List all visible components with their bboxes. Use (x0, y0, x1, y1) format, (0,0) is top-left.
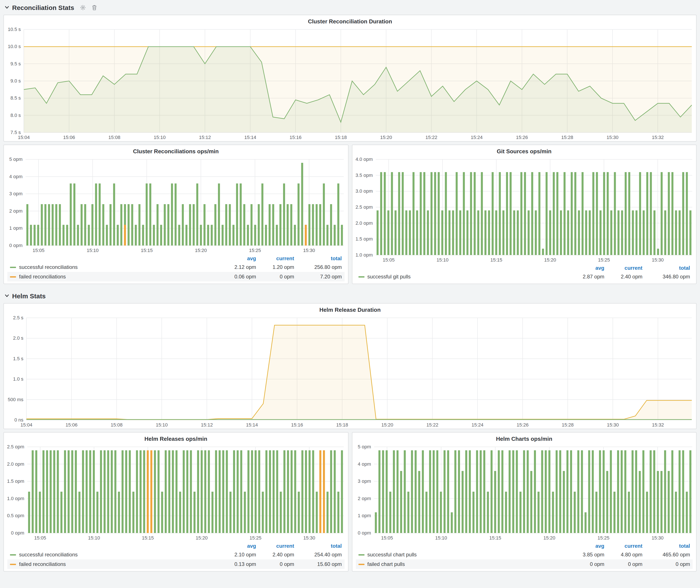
svg-text:15:10: 15:10 (87, 248, 98, 253)
series-avg: 3.85 opm (566, 552, 604, 558)
svg-text:15:08: 15:08 (111, 422, 123, 428)
series-toggle-successful-git-pulls[interactable]: successful git pulls (358, 274, 566, 280)
svg-text:15:10: 15:10 (436, 257, 448, 263)
panel-title-helm-releases-ops[interactable]: Helm Releases ops/min (4, 433, 348, 443)
panel-title-helm-charts-ops[interactable]: Helm Charts ops/min (352, 433, 696, 443)
legend-sort-avg[interactable]: avg (566, 543, 604, 549)
legend-header: avg current total (356, 542, 693, 550)
legend-sort-total[interactable]: total (294, 543, 342, 549)
svg-text:0 opm: 0 opm (11, 530, 24, 536)
dashboard: Reconciliation Stats Cluster Reconciliat… (0, 0, 700, 588)
series-toggle-failed-chart-pulls[interactable]: failed chart pulls (358, 561, 566, 567)
svg-text:15:05: 15:05 (34, 535, 46, 541)
series-name: successful git pulls (367, 274, 411, 280)
svg-text:8.5 s: 8.5 s (10, 95, 21, 101)
svg-text:15:10: 15:10 (156, 422, 168, 428)
gear-icon[interactable] (80, 5, 86, 10)
svg-text:15:25: 15:25 (598, 257, 610, 263)
series-current: 0 opm (256, 561, 294, 567)
git-sources-ops-chart[interactable]: 4.0 opm3.5 opm3.0 opm2.5 opm2.0 opm1.5 o… (352, 156, 696, 264)
panel-title-cluster-reconciliation-duration[interactable]: Cluster Reconciliation Duration (4, 15, 696, 26)
svg-text:15:12: 15:12 (201, 422, 213, 428)
svg-text:0.5 opm: 0.5 opm (7, 513, 24, 518)
panel-title-git-sources-ops[interactable]: Git Sources ops/min (352, 145, 696, 156)
legend-sort-avg[interactable]: avg (218, 543, 256, 549)
series-avg: 0 opm (566, 561, 604, 567)
series-total: 256.80 opm (294, 264, 342, 270)
series-color-dash (10, 276, 16, 277)
svg-text:15:24: 15:24 (471, 422, 483, 428)
svg-text:15:32: 15:32 (652, 422, 664, 428)
svg-text:15:04: 15:04 (18, 135, 30, 140)
cluster-reconciliations-ops-chart[interactable]: 5 opm4 opm3 opm2 opm1 opm0 opm15:0515:10… (4, 156, 348, 254)
series-total: 346.80 opm (642, 274, 690, 280)
svg-text:3 opm: 3 opm (358, 478, 371, 484)
panel-row-helm: Helm Releases ops/min 2.5 opm2.0 opm1.5 … (3, 432, 697, 572)
row-header-helm-stats[interactable]: Helm Stats (3, 289, 697, 302)
panel-helm-charts-ops: Helm Charts ops/min 5 opm4 opm3 opm2 opm… (352, 432, 697, 572)
svg-text:15:20: 15:20 (195, 248, 207, 253)
svg-text:3.5 opm: 3.5 opm (355, 173, 373, 178)
series-toggle-successful-reconciliations[interactable]: successful reconciliations (10, 264, 218, 270)
svg-text:15:28: 15:28 (561, 135, 573, 140)
legend-cluster-reconciliations: avg current total successful reconciliat… (4, 254, 348, 284)
svg-text:15:10: 15:10 (88, 535, 100, 541)
row-title-reconciliation-stats[interactable]: Reconciliation Stats (12, 4, 74, 11)
series-toggle-successful-reconciliations[interactable]: successful reconciliations (10, 552, 218, 558)
helm-charts-ops-chart[interactable]: 5 opm4 opm3 opm2 opm1 opm0 opm15:0515:10… (352, 443, 696, 542)
dashboard-page: Reconciliation Stats Cluster Reconciliat… (0, 0, 700, 572)
series-toggle-failed-reconciliations[interactable]: failed reconciliations (10, 561, 218, 567)
series-current: 0 opm (604, 561, 642, 567)
row-title-helm-stats[interactable]: Helm Stats (12, 292, 46, 299)
series-avg: 0.06 opm (218, 274, 256, 280)
svg-text:5 opm: 5 opm (9, 157, 23, 162)
series-total: 15.60 opm (294, 561, 342, 567)
legend-sort-avg[interactable]: avg (218, 255, 256, 261)
panel-title-cluster-reconciliations-ops[interactable]: Cluster Reconciliations ops/min (4, 145, 348, 156)
svg-text:15:05: 15:05 (32, 248, 44, 253)
legend-row-successful-chart-pulls: successful chart pulls 3.85 opm 4.80 opm… (356, 550, 693, 559)
svg-text:1 opm: 1 opm (358, 513, 371, 518)
svg-text:15:30: 15:30 (652, 257, 663, 263)
legend-row-successful-reconciliations: successful reconciliations 2.10 opm 2.40… (7, 550, 344, 559)
svg-text:15:32: 15:32 (652, 135, 664, 140)
legend-row-failed-chart-pulls: failed chart pulls 0 opm 0 opm 0 opm (356, 559, 693, 569)
svg-text:2 opm: 2 opm (9, 208, 23, 214)
legend-sort-total[interactable]: total (642, 265, 690, 271)
svg-text:15:15: 15:15 (142, 535, 154, 541)
series-name: failed chart pulls (367, 561, 405, 567)
series-name: failed reconciliations (19, 274, 66, 280)
series-color-dash (10, 554, 16, 555)
row-header-reconciliation-stats[interactable]: Reconciliation Stats (3, 1, 697, 14)
svg-text:2.5 s: 2.5 s (13, 315, 23, 320)
svg-text:15:25: 15:25 (249, 248, 261, 253)
trash-icon[interactable] (92, 5, 97, 10)
svg-text:15:20: 15:20 (196, 535, 208, 541)
helm-release-duration-chart[interactable]: 2.5 s2.0 s1.5 s1.0 s500 ms0 ns15:0415:06… (4, 314, 696, 429)
svg-text:15:20: 15:20 (544, 257, 556, 263)
legend-sort-current[interactable]: current (256, 543, 294, 549)
legend-sort-total[interactable]: total (642, 543, 690, 549)
helm-releases-ops-chart[interactable]: 2.5 opm2.0 opm1.5 opm1.0 opm0.5 opm0 opm… (4, 443, 348, 542)
series-color-dash (10, 564, 16, 565)
series-total: 254.40 opm (294, 552, 342, 558)
legend-row-successful-git-pulls: successful git pulls 2.87 opm 2.40 opm 3… (356, 272, 693, 281)
legend-sort-current[interactable]: current (604, 265, 642, 271)
svg-text:10.5 s: 10.5 s (8, 27, 21, 32)
legend-sort-current[interactable]: current (256, 255, 294, 261)
svg-text:4 opm: 4 opm (9, 174, 23, 179)
legend-sort-avg[interactable]: avg (566, 265, 604, 271)
legend-sort-current[interactable]: current (604, 543, 642, 549)
svg-text:8.0 s: 8.0 s (10, 113, 21, 118)
series-toggle-successful-chart-pulls[interactable]: successful chart pulls (358, 552, 566, 558)
series-current: 1.20 opm (256, 264, 294, 270)
series-avg: 0.13 opm (218, 561, 256, 567)
legend-helm-releases: avg current total successful reconciliat… (4, 542, 348, 571)
cluster-reconciliation-duration-chart[interactable]: 10.5 s10.0 s9.5 s9.0 s8.5 s8.0 s7.5 s15:… (4, 26, 696, 141)
series-toggle-failed-reconciliations[interactable]: failed reconciliations (10, 274, 218, 280)
panel-title-helm-release-duration[interactable]: Helm Release Duration (4, 304, 696, 314)
svg-text:15:28: 15:28 (562, 422, 574, 428)
svg-text:15:25: 15:25 (250, 535, 261, 541)
legend-row-failed-reconciliations: failed reconciliations 0.13 opm 0 opm 15… (7, 559, 344, 569)
legend-sort-total[interactable]: total (294, 255, 342, 261)
